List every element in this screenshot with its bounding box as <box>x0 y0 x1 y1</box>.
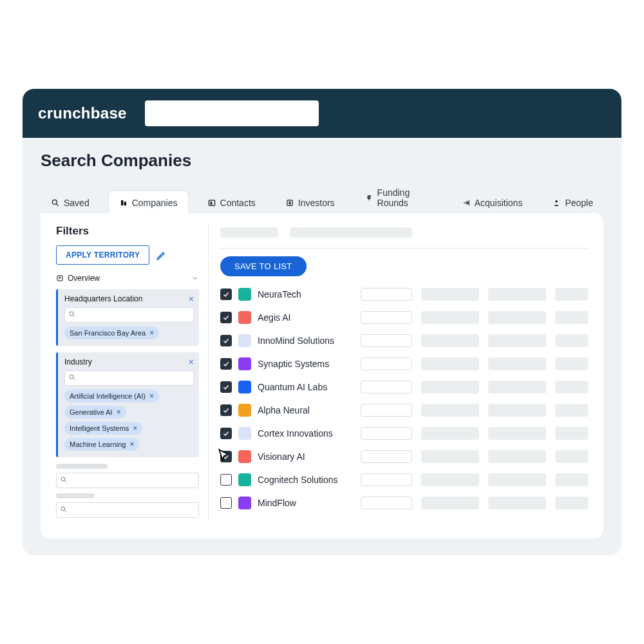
placeholder-cell <box>421 473 479 486</box>
tab-funding-rounds[interactable]: Funding Rounds <box>354 181 442 214</box>
table-row: MindFlow <box>220 491 588 515</box>
checkbox[interactable] <box>220 404 232 416</box>
filter-chip[interactable]: San Francisco Bay Area× <box>64 327 159 339</box>
tab-people[interactable]: People <box>542 191 603 214</box>
filter-group: Industry× Artificial Intelligence (AI)×G… <box>56 352 199 457</box>
placeholder-cell <box>361 473 412 486</box>
company-color-swatch <box>238 381 251 393</box>
company-name[interactable]: InnoMind Solutions <box>258 336 354 346</box>
global-search-input[interactable] <box>145 100 319 126</box>
filter-search-input[interactable] <box>56 502 199 518</box>
checkbox[interactable] <box>220 451 232 462</box>
company-name[interactable]: Cortex Innovations <box>258 428 354 439</box>
company-name[interactable]: Quantum AI Labs <box>258 382 354 392</box>
company-name[interactable]: Aegis AI <box>258 312 354 323</box>
table-row: Alpha Neural <box>220 399 588 422</box>
filter-chip[interactable]: Artificial Intelligence (AI)× <box>64 390 159 402</box>
filter-search-input[interactable] <box>56 473 199 488</box>
placeholder-cell <box>421 497 479 509</box>
placeholder-cell <box>488 427 546 440</box>
placeholder-cell <box>555 450 588 463</box>
close-icon[interactable]: × <box>133 424 137 432</box>
tabs: SavedCompaniesContactsInvestorsFunding R… <box>41 181 603 214</box>
placeholder-cell <box>555 357 588 370</box>
table-row: InnoMind Solutions <box>220 329 588 352</box>
close-icon[interactable]: × <box>189 294 194 303</box>
company-name[interactable]: Visionary AI <box>258 451 354 462</box>
company-color-swatch <box>238 427 251 440</box>
filter-chip[interactable]: Intelligent Systems× <box>64 422 142 435</box>
checkbox[interactable] <box>220 312 232 323</box>
placeholder <box>220 227 278 238</box>
placeholder-cell <box>555 288 588 301</box>
placeholder-cell <box>361 497 412 509</box>
placeholder-cell <box>421 357 479 370</box>
placeholder <box>290 227 412 238</box>
table-row: Cortex Innovations <box>220 422 588 445</box>
placeholder-cell <box>421 311 479 324</box>
tab-investors[interactable]: Investors <box>275 191 345 214</box>
company-color-swatch <box>238 497 251 509</box>
close-icon[interactable]: × <box>129 440 134 448</box>
company-color-swatch <box>238 473 251 486</box>
company-color-swatch <box>238 404 251 417</box>
chip-label: San Francisco Bay Area <box>70 329 146 337</box>
company-name[interactable]: Cognitech Solutions <box>258 475 354 485</box>
pencil-icon[interactable] <box>156 249 167 261</box>
checkbox[interactable] <box>220 335 232 346</box>
tab-contacts[interactable]: Contacts <box>197 191 266 214</box>
placeholder-cell <box>488 381 546 393</box>
filter-search-input[interactable] <box>64 370 194 386</box>
checkbox[interactable] <box>220 358 232 370</box>
placeholder-cell <box>421 427 479 440</box>
company-icon <box>119 198 128 207</box>
chevron-down-icon <box>191 274 199 282</box>
search-icon <box>51 198 60 207</box>
tab-companies[interactable]: Companies <box>109 191 188 214</box>
search-icon <box>60 476 68 484</box>
tab-acquisitions[interactable]: Acquisitions <box>451 191 533 214</box>
placeholder-cell <box>361 311 412 324</box>
company-name[interactable]: Synaptic Systems <box>258 359 354 369</box>
page: Search Companies SavedCompaniesContactsI… <box>23 138 621 555</box>
svg-rect-2 <box>121 200 124 205</box>
filters-heading: Filters <box>56 225 199 238</box>
checkbox[interactable] <box>220 289 232 300</box>
company-name[interactable]: MindFlow <box>258 498 354 508</box>
funding-icon <box>365 193 374 202</box>
company-name[interactable]: Alpha Neural <box>258 405 354 415</box>
placeholder-cell <box>421 450 479 463</box>
contact-icon <box>207 198 216 207</box>
svg-point-11 <box>70 375 73 379</box>
tab-label: Companies <box>132 198 178 208</box>
placeholder-cell <box>421 288 479 301</box>
svg-line-16 <box>65 511 67 513</box>
placeholder-cell <box>421 334 479 347</box>
apply-territory-button[interactable]: APPLY TERRITORY <box>56 245 149 265</box>
tab-saved[interactable]: Saved <box>41 191 100 214</box>
person-icon <box>552 198 561 207</box>
placeholder-cell <box>421 381 479 393</box>
filter-chip[interactable]: Generative AI× <box>64 406 126 419</box>
company-name[interactable]: NeuraTech <box>258 289 354 299</box>
checkbox[interactable] <box>220 428 232 439</box>
overview-section-toggle[interactable]: Overview <box>56 271 199 289</box>
checkbox[interactable] <box>220 381 232 393</box>
checkbox[interactable] <box>220 474 232 486</box>
chip-label: Artificial Intelligence (AI) <box>70 392 146 400</box>
svg-line-1 <box>57 204 59 206</box>
investor-icon <box>285 198 294 207</box>
filter-chip[interactable]: Machine Learning× <box>64 438 139 451</box>
close-icon[interactable]: × <box>149 392 154 400</box>
save-to-list-button[interactable]: SAVE TO LIST <box>220 256 307 276</box>
svg-line-10 <box>73 316 75 317</box>
close-icon[interactable]: × <box>149 329 154 337</box>
svg-point-9 <box>70 312 73 316</box>
placeholder-cell <box>488 357 546 370</box>
filter-search-input[interactable] <box>64 307 194 323</box>
close-icon[interactable]: × <box>117 408 121 416</box>
filters-sidebar: Filters APPLY TERRITORY Overview <box>56 225 199 522</box>
svg-line-12 <box>73 379 75 381</box>
checkbox[interactable] <box>220 497 232 509</box>
close-icon[interactable]: × <box>189 357 194 366</box>
